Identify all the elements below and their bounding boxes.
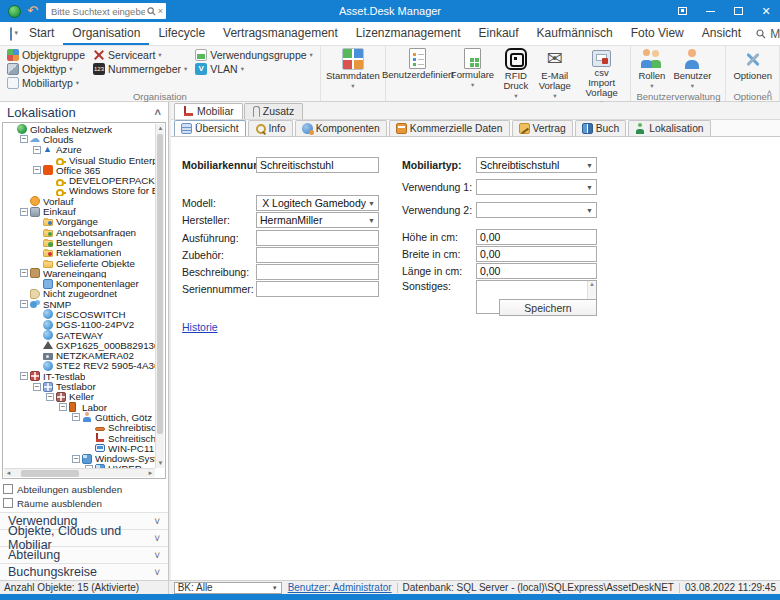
menu-tab-kaufm-nnisch[interactable]: Kaufmännisch [528,22,622,45]
scroll-thumb[interactable] [21,470,79,477]
user-link[interactable]: Benutzer: Administrator [288,582,392,593]
historie-link[interactable]: Historie [182,321,218,333]
tree-item-globales-netzwerk[interactable]: Globales Netzwerk [4,124,155,134]
subtab-kommerzielle-daten[interactable]: Kommerzielle Daten [389,120,510,136]
expander-minus-icon[interactable]: − [33,383,41,391]
checkbox-icon[interactable] [3,484,13,494]
sidebar-header[interactable]: Lokalisation ˄ [0,102,168,122]
tree-item-gelieferte-objekte[interactable]: Gelieferte Objekte [4,258,155,268]
combo-mobiliartyp[interactable]: Schreibtischstuhl▼ [476,157,597,173]
ribbon-button-nummerngeber[interactable]: Nummerngeber▾ [91,62,189,76]
ribbon-collapse-icon[interactable]: ˄ [767,88,772,98]
ribbon-button-verwendungsgruppe[interactable]: Verwendungsgruppe▾ [193,48,315,62]
scroll-up-icon[interactable]: ▲ [588,281,596,287]
ribbon-button-e-mail-vorlage[interactable]: E-Mail Vorlage▾ [534,47,576,101]
tree-item-reklamationen[interactable]: Reklamationen [4,248,155,258]
ribbon-button-vlan[interactable]: VLAN▾ [193,62,315,76]
tree-item-nicht-zugeordnet[interactable]: Nicht zugeordnet [4,289,155,299]
ribbon-button-mobiliartyp[interactable]: Mobiliartyp▾ [5,76,87,90]
tab-mobiliar[interactable]: Mobiliar [174,103,243,119]
clear-search-icon[interactable]: × [158,6,163,16]
menu-search[interactable]: Menüpunkt suc... [750,27,780,41]
menu-tab-vertragsmanagement[interactable]: Vertragsmanagement [214,22,347,45]
ribbon-button-csv-import-vorlage[interactable]: csv Import Vorlage▾ [576,47,628,108]
menu-tab-start[interactable]: Start [20,22,63,45]
input-h-he-in-cm[interactable]: 0,00 [476,229,597,245]
checkbox-icon[interactable] [3,498,13,508]
input-breite-in-cm[interactable]: 0,00 [476,246,597,262]
ribbon-button-objektgruppe[interactable]: Objektgruppe [5,48,87,62]
expander-minus-icon[interactable]: − [59,403,67,411]
menu-tab-ansicht[interactable]: Ansicht [693,22,750,45]
ribbon-button-formulare[interactable]: Formulare▾ [447,47,498,90]
ribbon-button-benutzer[interactable]: Benutzer▾ [669,47,715,91]
ribbon-button-benutzerdefiniert[interactable]: Benutzerdefiniert [389,47,447,90]
input-zubeh-r[interactable] [256,247,379,263]
menu-tab-einkauf[interactable]: Einkauf [470,22,528,45]
scroll-right-icon[interactable]: ► [146,470,155,476]
tree-item-einkauf[interactable]: −Einkauf [4,206,155,216]
tree-item-office-365[interactable]: −Office 365 [4,165,155,175]
pin-window-button[interactable] [668,0,696,22]
input-mobiliarkennung[interactable]: Schreitischstuhl [256,157,379,173]
checkbox-abteilungen-ausblenden[interactable]: Abteilungen ausblenden [3,482,165,496]
tree-item-komponentenlager[interactable]: Komponentenlager [4,278,155,288]
tree-item-windows-store-for-business[interactable]: Windows Store for Business [4,186,155,196]
ribbon-button-rfid-druck[interactable]: RFID Druck▾ [498,47,534,101]
tree-item-ste2-rev2-5905-4a36[interactable]: STE2 REV2 5905-4A36 [4,361,155,371]
input-ausf-hrung[interactable] [256,230,379,246]
ribbon-button-serviceart[interactable]: Serviceart▾ [91,48,189,62]
tree-item-azure[interactable]: −Azure [4,145,155,155]
tree-item-g-ttich-g-tz[interactable]: −Güttich, Götz [4,412,155,422]
tree-item-keller[interactable]: −Keller [4,392,155,402]
combo-verwendung-2[interactable]: ▼ [476,202,597,218]
tree-item-labor[interactable]: −Labor [4,402,155,412]
global-search-box[interactable]: × [46,3,166,19]
scroll-up-icon[interactable]: ▲ [156,124,165,133]
subtab-info[interactable]: Info [248,120,293,136]
tree-item-gateway[interactable]: GATEWAY [4,330,155,340]
tree-horizontal-scrollbar[interactable]: ◄ ► [4,468,155,477]
undo-icon[interactable]: ↶ [27,1,38,21]
tree-item-developerpack[interactable]: DEVELOPERPACK [4,175,155,185]
expander-minus-icon[interactable]: − [46,393,54,401]
close-button[interactable]: ✕ [752,0,780,22]
scroll-down-icon[interactable]: ▼ [156,459,165,468]
menu-tab-lifecycle[interactable]: Lifecycle [149,22,214,45]
tree-item-ciscoswitch[interactable]: CISCOSWITCH [4,309,155,319]
tree-item-windows-systeme[interactable]: −Windows-Systeme [4,454,155,464]
combo-hersteller[interactable]: HermanMiller▼ [256,212,379,228]
scroll-thumb[interactable] [157,134,163,434]
input-l-nge-in-cm[interactable]: 0,00 [476,263,597,279]
tree-item-schreitischstuhl-dr[interactable]: Schreitischstuhl Dr [4,433,155,443]
tree-item-vorg-nge[interactable]: Vorgänge [4,217,155,227]
expander-minus-icon[interactable]: − [72,413,80,421]
tree-item-netzkamera02[interactable]: NETZKAMERA02 [4,351,155,361]
tree-item-bestellungen[interactable]: Bestellungen [4,237,155,247]
subtab-vertrag[interactable]: Vertrag [512,120,573,136]
global-search-input[interactable] [49,5,147,18]
tree-item-win-pc11[interactable]: WIN-PC11 [4,443,155,453]
tree-item-schreibtisch-dr-g[interactable]: Schreibtisch Dr. Gö [4,423,155,433]
ribbon-button-rollen[interactable]: Rollen▾ [634,47,669,91]
ribbon-button-objekttyp[interactable]: Objekttyp▾ [5,62,87,76]
expander-minus-icon[interactable]: − [20,300,28,308]
expander-minus-icon[interactable]: − [20,208,28,216]
tree-item-testlabor[interactable]: −Testlabor [4,381,155,391]
subtab-lokalisation[interactable]: Lokalisation [628,120,710,136]
menu-tab-lizenzmanagement[interactable]: Lizenzmanagement [347,22,470,45]
subtab-bersicht[interactable]: Übersicht [174,120,246,136]
tree-item-snmp[interactable]: −SNMP [4,299,155,309]
expander-minus-icon[interactable]: − [20,135,28,143]
collapse-chevron-icon[interactable]: ˄ [155,106,161,118]
save-button[interactable]: Speichern [499,299,597,316]
ribbon-button-optionen[interactable]: Optionen [729,47,776,91]
expander-minus-icon[interactable]: − [20,372,28,380]
menu-tab-organisation[interactable]: Organisation [63,22,149,45]
tree-item-dgs-1100-24pv2[interactable]: DGS-1100-24PV2 [4,320,155,330]
tree-item-visual-studio-enterprise[interactable]: Visual Studio Enterprise [4,155,155,165]
combo-modell[interactable]: Herman Miller X Logitech Gamebody▼ [256,195,379,211]
expander-minus-icon[interactable]: − [33,146,41,154]
backstage-menu-icon[interactable] [10,27,12,41]
ribbon-button-stammdaten[interactable]: Stammdaten▾ [324,47,382,91]
